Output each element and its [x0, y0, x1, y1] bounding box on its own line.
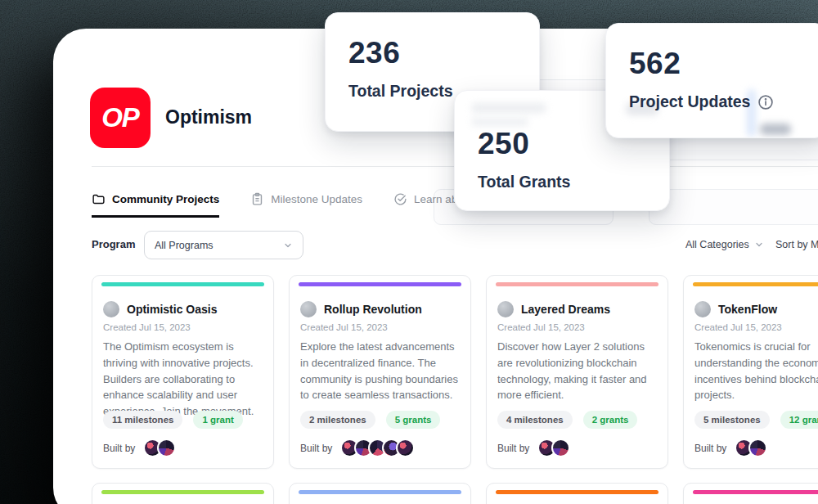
milestones-badge: 11 milestones: [103, 411, 182, 429]
chevron-down-icon: [754, 240, 764, 250]
builder-avatars: [143, 439, 176, 457]
builder-avatars: [735, 439, 767, 457]
tab-milestone-updates[interactable]: Milestone Updates: [250, 192, 362, 215]
builder-avatar: [157, 439, 176, 457]
card-accent-bar: [299, 490, 461, 494]
built-by-label: Built by: [300, 443, 332, 454]
chevron-down-icon: [283, 241, 293, 250]
project-avatar: [497, 301, 514, 317]
stat-label: Total Projects: [348, 82, 453, 101]
page-title: Optimism: [165, 106, 252, 128]
project-card[interactable]: Optimistic Oasis Created Jul 15, 2023 Th…: [92, 275, 274, 469]
builder-avatar: [396, 439, 415, 457]
project-card[interactable]: [289, 483, 471, 504]
builder-avatars: [340, 439, 415, 457]
program-filter-label: Program: [92, 238, 135, 250]
project-avatar: [300, 301, 317, 317]
project-card[interactable]: Layered Dreams Created Jul 15, 2023 Disc…: [486, 275, 668, 469]
stat-card-project-updates: 562 Project Updates: [605, 23, 818, 138]
project-name: Layered Dreams: [521, 303, 610, 316]
milestones-badge: 4 milestones: [497, 411, 573, 429]
optimism-logo-text: OP: [101, 102, 139, 133]
project-description: The Optimism ecosystem is thriving with …: [103, 339, 263, 420]
stat-value: 236: [348, 36, 400, 70]
project-card[interactable]: [683, 483, 818, 504]
tab-label: Milestone Updates: [271, 193, 362, 205]
project-card[interactable]: Rollup Revolution Created Jul 15, 2023 E…: [289, 275, 471, 469]
grants-badge: 12 grants: [780, 411, 818, 429]
card-accent-bar: [496, 490, 658, 494]
card-accent-bar: [693, 282, 818, 286]
project-description: Explore the latest advancements in decen…: [300, 339, 461, 403]
project-name: TokenFlow: [718, 303, 777, 316]
milestones-badge: 2 milestones: [300, 411, 375, 429]
project-created-date: Created Jul 15, 2023: [694, 322, 782, 332]
program-select[interactable]: All Programs: [144, 231, 303, 259]
project-name: Optimistic Oasis: [127, 303, 217, 316]
builder-avatars: [537, 439, 570, 457]
project-card[interactable]: TokenFlow Created Jul 15, 2023 Tokenomic…: [683, 275, 818, 469]
project-created-date: Created Jul 15, 2023: [300, 322, 388, 332]
folder-icon: [92, 192, 106, 206]
stat-label-text: Project Updates: [629, 92, 750, 111]
grants-badge: 2 grants: [583, 411, 638, 429]
sort-select[interactable]: Sort by Milestones: [775, 239, 818, 250]
project-created-date: Created Jul 15, 2023: [497, 322, 585, 332]
blurred-content: [471, 103, 546, 113]
stat-label: Project Updates: [629, 92, 774, 111]
built-by-label: Built by: [694, 443, 726, 454]
milestones-badge: 5 milestones: [694, 411, 770, 429]
project-description: Tokenomics is crucial for understanding …: [694, 339, 818, 403]
project-card[interactable]: [486, 483, 668, 504]
categories-select-value: All Categories: [685, 239, 749, 250]
grants-badge: 5 grants: [386, 411, 441, 429]
optimism-logo: OP: [90, 88, 151, 148]
tab-label: Community Projects: [112, 193, 219, 205]
project-name: Rollup Revolution: [324, 303, 422, 316]
card-accent-bar: [299, 282, 461, 286]
project-card[interactable]: [92, 483, 274, 504]
info-icon[interactable]: [757, 94, 774, 110]
card-accent-bar: [101, 490, 264, 494]
built-by-label: Built by: [103, 443, 135, 454]
stat-value: 562: [629, 47, 681, 81]
stat-label: Total Grants: [478, 173, 570, 191]
sort-select-value: Sort by Milestones: [775, 239, 818, 250]
blurred-content: [471, 118, 528, 126]
program-select-value: All Programs: [155, 240, 213, 251]
project-description: Discover how Layer 2 solutions are revol…: [497, 339, 658, 403]
builder-avatar: [748, 439, 767, 457]
project-created-date: Created Jul 15, 2023: [103, 322, 191, 332]
blurred-content: [760, 124, 791, 135]
card-accent-bar: [693, 490, 818, 494]
project-avatar: [694, 301, 711, 317]
builder-avatar: [551, 439, 570, 457]
project-avatar: [103, 301, 119, 317]
card-accent-bar: [101, 282, 264, 286]
grants-badge: 1 grant: [193, 411, 242, 429]
stat-value: 250: [478, 127, 529, 161]
clipboard-icon: [250, 192, 264, 206]
categories-select[interactable]: All Categories: [685, 239, 764, 250]
target-check-icon: [393, 192, 407, 206]
card-accent-bar: [496, 282, 658, 286]
built-by-label: Built by: [497, 443, 529, 454]
ghost-panel: [649, 189, 818, 225]
tab-community-projects[interactable]: Community Projects: [92, 192, 219, 218]
